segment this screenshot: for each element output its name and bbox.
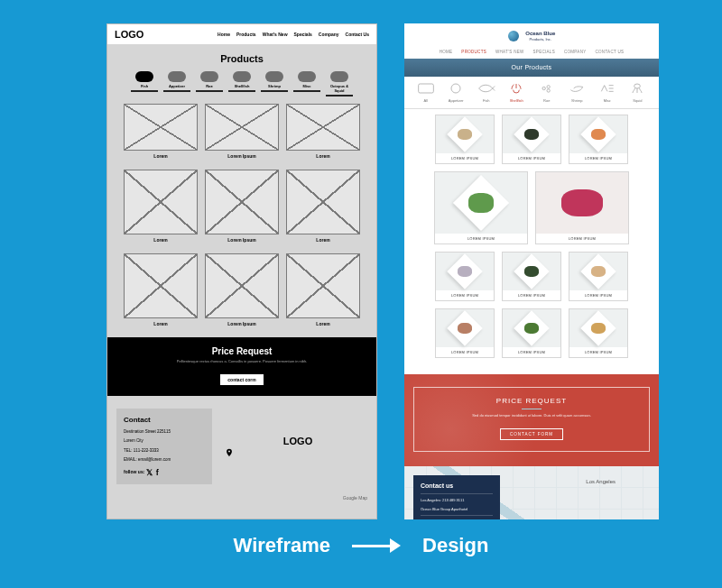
wireframe-card[interactable]: Lorem bbox=[286, 253, 360, 330]
design-cat-roe[interactable]: Roe bbox=[534, 82, 560, 103]
design-card[interactable]: LOREM IPSUM bbox=[435, 252, 495, 301]
wireframe-card[interactable]: Lorem bbox=[124, 104, 198, 162]
wireframe-price-section: Price Request Pelltentesque rectus rhonc… bbox=[107, 337, 376, 396]
image-placeholder bbox=[124, 170, 198, 234]
twitter-icon[interactable]: 𝕏 bbox=[146, 468, 153, 477]
svg-point-1 bbox=[451, 84, 460, 93]
design-brand-name: Ocean Blue bbox=[525, 31, 555, 36]
wireframe-header: LOGO Home Products What's New Specials C… bbox=[107, 24, 376, 44]
image-placeholder bbox=[286, 104, 360, 151]
design-cat-fish[interactable]: Fish bbox=[474, 82, 499, 103]
design-nav-whatsnew[interactable]: WHAT'S NEW bbox=[495, 50, 524, 54]
design-cat-misc[interactable]: Misc bbox=[595, 82, 620, 103]
design-hero-title: Our Products bbox=[404, 59, 659, 77]
design-cat-appetizer[interactable]: Appetizer bbox=[444, 82, 469, 103]
wireframe-nav-home[interactable]: Home bbox=[218, 32, 230, 37]
wireframe-cat-squid[interactable]: Octopus & Squid bbox=[326, 71, 353, 96]
design-nav-company[interactable]: COMPANY bbox=[564, 50, 587, 54]
wireframe-map[interactable]: LOGO Google Map bbox=[225, 405, 371, 502]
design-nav-home[interactable]: HOME bbox=[440, 50, 453, 54]
wireframe-category-row: Fish Appetizer Roe Shellfish Shrimp Misc… bbox=[107, 71, 376, 104]
design-cat-shellfish[interactable]: Shellfish bbox=[504, 82, 530, 103]
design-card[interactable]: Lorem Ipsum bbox=[435, 308, 495, 358]
image-placeholder bbox=[205, 253, 279, 318]
wireframe-cat-roe[interactable]: Roe bbox=[196, 71, 223, 96]
design-price-title: PRICE REQUEST bbox=[427, 397, 636, 405]
wireframe-cat-appetizer[interactable]: Appetizer bbox=[163, 71, 190, 96]
svg-point-2 bbox=[542, 87, 545, 89]
label-design: Design bbox=[422, 534, 488, 557]
design-card[interactable]: Lorem Ipsum bbox=[502, 308, 561, 358]
image-placeholder bbox=[124, 104, 198, 151]
shellfish-icon bbox=[233, 71, 251, 82]
label-wireframe: Wireframe bbox=[234, 534, 330, 557]
design-product-grid: LOREM IPSUM LOREM IPSUM LOREM IPSUM LORE… bbox=[404, 109, 659, 374]
fish-icon bbox=[135, 71, 153, 82]
squid-icon bbox=[330, 71, 348, 82]
design-brand: Ocean Blue Products, Inc. bbox=[404, 23, 659, 47]
design-nav: HOME PRODUCTS WHAT'S NEW SPECIALS COMPAN… bbox=[404, 47, 659, 59]
design-contact-title: Contact us bbox=[421, 482, 493, 489]
image-placeholder bbox=[124, 253, 198, 318]
wireframe-card[interactable]: Lorem bbox=[286, 170, 360, 246]
wireframe-contact-button[interactable]: contact corm bbox=[220, 374, 263, 385]
design-nav-products[interactable]: PRODUCTS bbox=[461, 50, 486, 54]
design-map-city-label: Los Angeles bbox=[586, 479, 616, 484]
design-card[interactable]: LOREM IPSUM bbox=[502, 252, 561, 301]
design-card[interactable]: lorem ipsum bbox=[569, 308, 628, 358]
wireframe-map-credit: Google Map bbox=[343, 495, 367, 501]
svg-point-5 bbox=[634, 84, 641, 88]
wireframe-cat-shrimp[interactable]: Shrimp bbox=[261, 71, 288, 96]
design-card[interactable]: LOREM IPSUM bbox=[502, 115, 561, 164]
wireframe-cat-shellfish[interactable]: Shellfish bbox=[228, 71, 255, 96]
globe-logo-icon bbox=[508, 31, 519, 41]
design-cat-shrimp[interactable]: Shrimp bbox=[565, 82, 590, 103]
svg-rect-0 bbox=[418, 84, 433, 93]
wireframe-price-title: Price Request bbox=[107, 346, 376, 356]
design-category-row: All Appetizer Fish Shellfish Roe Shrimp … bbox=[404, 77, 659, 109]
design-cat-all[interactable]: All bbox=[413, 82, 439, 103]
design-contact-card: Contact us Los Angeles: 213 489 3111 Oce… bbox=[413, 475, 500, 519]
wireframe-logo: LOGO bbox=[115, 29, 211, 40]
design-price-section: PRICE REQUEST Sed do eiusmod tempor inci… bbox=[404, 374, 659, 466]
design-nav-contact[interactable]: CONTACT US bbox=[596, 50, 625, 54]
image-placeholder bbox=[286, 170, 360, 234]
design-footer: Los Angeles Contact us Los Angeles: 213 … bbox=[404, 466, 659, 519]
design-cat-squid[interactable]: Squid bbox=[625, 82, 651, 103]
image-placeholder bbox=[205, 170, 279, 234]
image-placeholder bbox=[205, 104, 279, 151]
wireframe-cat-misc[interactable]: Misc bbox=[293, 71, 320, 96]
wireframe-contact-card: Contact Destination Street 225115 Lorem … bbox=[116, 409, 212, 484]
wireframe-page-title: Products bbox=[107, 44, 376, 71]
wireframe-nav-contact[interactable]: Contact Us bbox=[346, 32, 369, 37]
wireframe-nav-products[interactable]: Products bbox=[236, 32, 256, 37]
wireframe-cat-fish[interactable]: Fish bbox=[131, 71, 158, 96]
wireframe-panel: LOGO Home Products What's New Specials C… bbox=[106, 23, 377, 519]
wireframe-nav-specials[interactable]: Specials bbox=[294, 32, 312, 37]
design-price-subtext: Sed do eiusmod tempor incididunt ut labo… bbox=[427, 413, 636, 418]
appetizer-icon bbox=[168, 71, 186, 82]
wireframe-card[interactable]: Lorem bbox=[286, 104, 360, 162]
wireframe-card[interactable]: Lorem bbox=[124, 253, 198, 330]
wireframe-card[interactable]: Lorem Ipsum bbox=[205, 104, 279, 162]
map-pin-icon bbox=[225, 448, 234, 457]
design-contact-button[interactable]: CONTACT FORM bbox=[500, 428, 563, 440]
design-nav-specials[interactable]: SPECIALS bbox=[533, 50, 555, 54]
comparison-labels: Wireframe Design bbox=[0, 534, 722, 557]
design-card[interactable]: LOREM IPSUM bbox=[435, 115, 495, 164]
design-card-large[interactable]: LOREM IPSUM bbox=[434, 171, 528, 244]
wireframe-card[interactable]: Lorem Ipsum bbox=[205, 170, 279, 246]
wireframe-card[interactable]: Lorem bbox=[124, 170, 198, 246]
facebook-icon[interactable]: f bbox=[156, 468, 159, 477]
svg-point-3 bbox=[547, 86, 550, 88]
design-brand-subline: Products, Inc. bbox=[529, 37, 551, 41]
wireframe-follow-label: follow us: bbox=[124, 470, 144, 475]
design-card-large[interactable]: LOREM IPSUM bbox=[535, 171, 629, 244]
wireframe-nav-whatsnew[interactable]: What's New bbox=[263, 32, 288, 37]
design-card[interactable]: LOREM IPSUM bbox=[569, 252, 628, 301]
roe-icon bbox=[200, 71, 218, 82]
wireframe-card[interactable]: Lorem Ipsum bbox=[205, 253, 279, 330]
design-card[interactable]: LOREM IPSUM bbox=[569, 115, 628, 164]
image-placeholder bbox=[286, 253, 360, 318]
wireframe-nav-company[interactable]: Company bbox=[319, 32, 339, 37]
